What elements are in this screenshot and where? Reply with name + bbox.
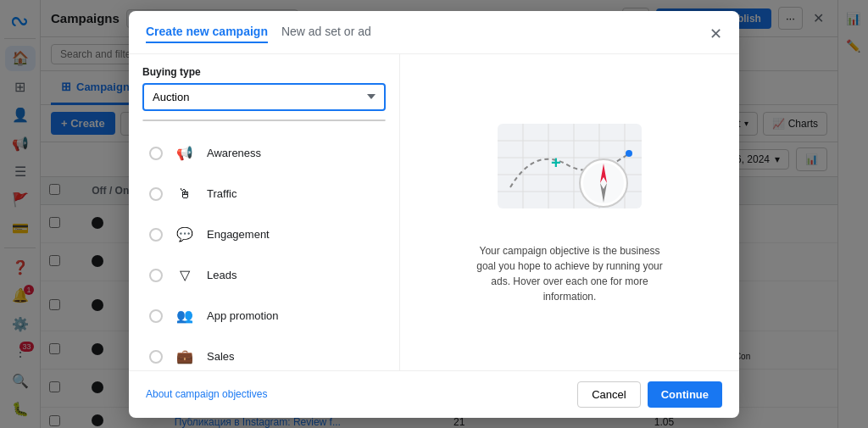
sales-label: Sales	[207, 350, 235, 363]
modal-header: Create new campaign New ad set or ad ✕	[129, 11, 739, 54]
svg-point-15	[626, 150, 632, 157]
continue-button[interactable]: Continue	[648, 381, 722, 408]
modal-footer-buttons: Cancel Continue	[577, 381, 722, 408]
objective-app-promotion[interactable]: 👥 App promotion	[142, 296, 386, 336]
traffic-label: Traffic	[207, 187, 236, 200]
modal-overlay: Create new campaign New ad set or ad ✕ B…	[0, 0, 868, 428]
awareness-label: Awareness	[207, 147, 261, 159]
buying-type-dropdown: Auction Reservation	[142, 120, 386, 121]
modal-description: Your campaign objective is the business …	[476, 243, 663, 304]
modal-tab-create[interactable]: Create new campaign	[146, 25, 268, 43]
cancel-button[interactable]: Cancel	[577, 381, 640, 408]
sales-icon: 💼	[173, 345, 197, 369]
engagement-label: Engagement	[207, 228, 270, 241]
awareness-radio	[149, 147, 163, 160]
objective-leads[interactable]: ▽ Leads	[142, 255, 386, 296]
create-campaign-modal: Create new campaign New ad set or ad ✕ B…	[129, 11, 739, 418]
objective-sales[interactable]: 💼 Sales	[142, 336, 386, 370]
modal-tab-adset[interactable]: New ad set or ad	[281, 25, 371, 43]
engagement-radio	[149, 228, 163, 242]
objective-traffic[interactable]: 🖱 Traffic	[142, 174, 386, 214]
modal-right-panel: + Your campaign objective is the busines…	[400, 54, 739, 370]
modal-close-button[interactable]: ✕	[709, 25, 722, 43]
modal-left-panel: Buying type Auction Reservation Auction	[129, 54, 400, 370]
compass-illustration: +	[493, 120, 646, 230]
svg-text:+: +	[551, 153, 561, 172]
leads-radio	[149, 269, 163, 282]
app-promo-label: App promotion	[207, 309, 279, 322]
buying-type-section: Buying type Auction Reservation	[129, 54, 399, 120]
objective-engagement[interactable]: 💬 Engagement	[142, 214, 386, 255]
buying-type-select[interactable]: Auction Reservation	[142, 83, 386, 111]
leads-label: Leads	[207, 269, 236, 281]
sales-radio	[149, 350, 163, 364]
app-promo-icon: 👥	[173, 304, 197, 328]
objective-awareness[interactable]: 📢 Awareness	[142, 133, 386, 174]
modal-tabs: Create new campaign New ad set or ad	[146, 25, 371, 43]
awareness-icon: 📢	[173, 142, 197, 165]
traffic-icon: 🖱	[173, 182, 197, 206]
traffic-radio	[149, 187, 163, 201]
objective-list: 📢 Awareness 🖱 Traffic 💬 Engagement	[129, 128, 399, 370]
buying-type-label: Buying type	[142, 66, 386, 78]
auction-option[interactable]: Auction	[143, 120, 385, 121]
about-objectives-link[interactable]: About campaign objectives	[146, 388, 267, 400]
leads-icon: ▽	[173, 264, 197, 287]
modal-footer: About campaign objectives Cancel Continu…	[129, 370, 739, 418]
modal-body: Buying type Auction Reservation Auction	[129, 54, 739, 370]
engagement-icon: 💬	[173, 223, 197, 247]
app-promo-radio	[149, 309, 163, 323]
